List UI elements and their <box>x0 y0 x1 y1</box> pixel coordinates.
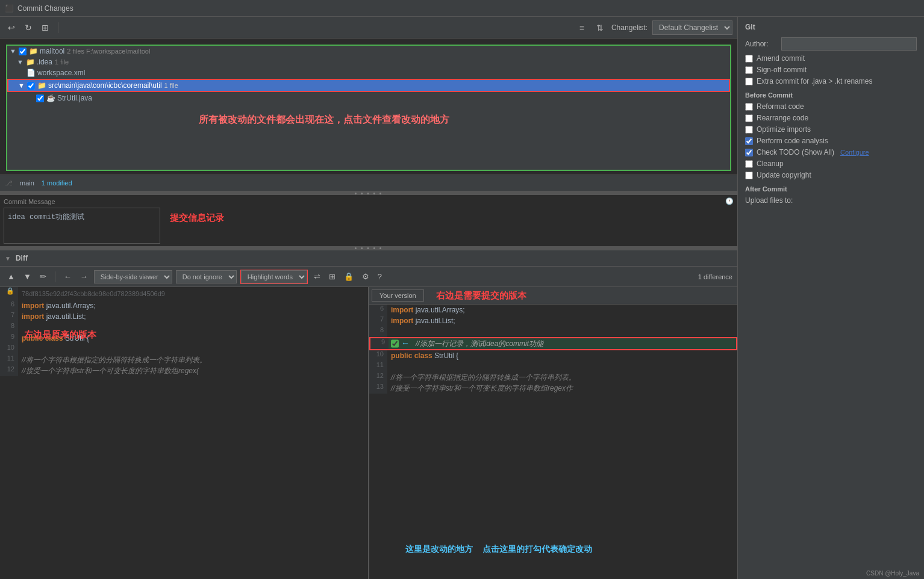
check-mailtool[interactable] <box>19 48 27 55</box>
diff-up-btn[interactable]: ▲ <box>5 271 17 282</box>
diff-collapse-btn[interactable]: ⊞ <box>326 271 338 282</box>
git-panel: Git Author: Amend commit Sign-off commit… <box>737 17 924 579</box>
branch-icon: ⎇ <box>5 179 13 187</box>
filetree-annotation: 所有被改动的文件都会出现在这，点击文件查看改动的地方 <box>199 114 449 126</box>
diff-line-left-8: 8 <box>0 322 368 333</box>
signoff-commit-row: Sign-off commit <box>745 66 917 74</box>
commit-message-label: Commit Message <box>4 198 55 205</box>
git-panel-title: Git <box>745 23 917 31</box>
changelist-select[interactable]: Default Changelist <box>652 20 732 35</box>
diff-gutter-left-9: 9 <box>0 333 18 344</box>
diff-help-btn[interactable]: ? <box>375 271 384 282</box>
diff-line-left-11: 11 //将一个字符串根据指定的分隔符转换成一个字符串列表。 <box>0 355 368 365</box>
diff-lock-btn[interactable]: 🔒 <box>342 271 356 282</box>
signoff-commit-checkbox[interactable] <box>745 66 753 74</box>
branch-name: main <box>20 179 34 187</box>
tree-detail-util: 1 file <box>164 82 178 89</box>
window-title: Commit Changes <box>17 4 73 13</box>
diff-down-btn[interactable]: ▼ <box>21 271 34 282</box>
tree-label-strutiljava: StrUtil.java <box>57 94 92 102</box>
diff-change-check[interactable] <box>391 339 399 348</box>
diff-content-right-11 <box>387 361 737 372</box>
diff-content-right-13: //接受一个字符串str和一个可变长度的字符串数组regex作 <box>387 383 737 394</box>
diff-content-right-12: //将一个字符串根据指定的分隔符转换成一个字符串列表。 <box>387 372 737 383</box>
diff-line-left-10: 10 <box>0 344 368 355</box>
diff-line-left-7: 7 import java.util.List; <box>0 311 368 322</box>
update-copyright-label: Update copyright <box>757 171 811 179</box>
extra-commit-checkbox[interactable] <box>745 78 753 85</box>
rearrange-code-checkbox[interactable] <box>745 114 753 122</box>
diff-right-header: Your version 右边是需要提交的版本 <box>369 287 737 305</box>
check-strutiljava[interactable] <box>36 94 44 102</box>
tree-item-strutiljava[interactable]: ☕ StrUtil.java <box>7 93 730 104</box>
diff-prev-btn[interactable]: ← <box>61 271 74 282</box>
click-annotation: 点击这里的打勾代表确定改动 <box>482 544 592 555</box>
diff-content-right-6: import java.util.Arrays; <box>387 305 737 315</box>
tree-item-idea[interactable]: ▼ 📁 .idea 1 file <box>7 57 730 67</box>
main-toolbar: ↩ ↻ ⊞ ≡ ⇅ Changelist: Default Changelist <box>0 17 737 39</box>
reformat-code-row: Reformat code <box>745 102 917 111</box>
diff-line-right-11: 11 <box>369 361 737 372</box>
diff-header: ▼ Diff <box>0 250 737 267</box>
extra-commit-label: Extra commit for .java > .kt renames <box>757 77 872 85</box>
diff-gutter-right-13: 13 <box>369 383 387 394</box>
expand-icon-util: ▼ <box>18 82 25 89</box>
diff-gutter-hash: 🔒 <box>0 287 18 300</box>
rollback-btn[interactable]: ↩ <box>5 21 18 34</box>
diff-settings-btn[interactable]: ⚙ <box>360 271 372 282</box>
tree-item-util[interactable]: ▼ 📁 src\main\java\com\icbc\coremail\util… <box>8 80 729 91</box>
amend-commit-label: Amend commit <box>757 54 805 63</box>
diff-highlight-select[interactable]: Highlight words <box>241 270 307 283</box>
filter-btn[interactable]: ⇅ <box>593 21 607 34</box>
status-bar: ⎇ main 1 modified <box>0 175 737 191</box>
diff-ignore-select[interactable]: Do not ignore <box>176 270 237 283</box>
diff-viewer-select[interactable]: Side-by-side viewer <box>94 270 172 283</box>
update-copyright-checkbox[interactable] <box>745 172 753 179</box>
git-author-input[interactable] <box>781 37 917 51</box>
expand-btn[interactable]: ⊞ <box>39 21 52 34</box>
commit-message-label-row: Commit Message 🕐 <box>4 197 734 205</box>
configure-link[interactable]: Configure <box>840 149 869 156</box>
diff-sync-btn[interactable]: ⇌ <box>311 271 323 282</box>
rearrange-code-label: Rearrange code <box>757 114 808 122</box>
after-commit-label: After Commit <box>745 185 917 193</box>
code-analysis-checkbox[interactable] <box>745 137 753 145</box>
diff-content-left-11: //将一个字符串根据指定的分隔符转换成一个字符串列表。 <box>18 355 368 365</box>
expand-icon-mailtool: ▼ <box>10 48 16 55</box>
diff-line-right-8: 8 <box>369 326 737 337</box>
reformat-code-checkbox[interactable] <box>745 103 753 111</box>
tree-label-idea: .idea <box>37 58 52 66</box>
diff-next-btn[interactable]: → <box>78 271 90 282</box>
tree-detail-idea: 1 file <box>55 58 69 66</box>
refresh-btn[interactable]: ↻ <box>22 21 35 34</box>
tree-item-mailtool[interactable]: ▼ 📁 mailtool 2 files F:\workspace\mailto… <box>7 46 730 57</box>
update-copyright-row: Update copyright <box>745 171 917 179</box>
diff-content-left-12: //接受一个字符串str和一个可变长度的字符串数组regex( <box>18 365 368 376</box>
diff-line-right-12: 12 //将一个字符串根据指定的分隔符转换成一个字符串列表。 <box>369 372 737 383</box>
amend-commit-checkbox[interactable] <box>745 55 753 63</box>
commit-message-input[interactable]: idea commit功能测试 <box>4 208 160 244</box>
tree-item-workspace[interactable]: 📄 workspace.xml <box>7 67 730 78</box>
toolbar-sep1 <box>58 22 58 33</box>
check-todo-checkbox[interactable] <box>745 149 753 156</box>
diff-edit-btn[interactable]: ✏ <box>37 271 49 282</box>
diff-sep1 <box>55 271 55 282</box>
check-todo-label: Check TODO (Show All) <box>757 148 834 156</box>
your-version-label: Your version <box>379 292 416 299</box>
watermark: CSDN @Holy_Java <box>866 570 919 577</box>
app-icon: ⬛ <box>5 4 14 13</box>
diff-added-block: 9 ← //添加一行记录，测试idea的commit功能 <box>369 337 737 350</box>
modified-badge: 1 modified <box>42 179 72 187</box>
git-author-row: Author: <box>745 37 917 51</box>
sort-btn[interactable]: ≡ <box>575 21 588 34</box>
check-util[interactable] <box>27 82 35 90</box>
diff-content-right-9: //添加一行记录，测试idea的commit功能 <box>412 338 736 349</box>
diff-content-left-7: import java.util.List; <box>18 311 368 322</box>
diff-hash-text: 78df8135e92d2f43cbb8de98e0d782389d4506d9 <box>18 287 368 300</box>
optimize-imports-checkbox[interactable] <box>745 126 753 134</box>
file-tree-area: ▼ 📁 mailtool 2 files F:\workspace\mailto… <box>6 45 731 171</box>
diff-collapse-icon[interactable]: ▼ <box>5 255 11 262</box>
diff-content-left-8 <box>18 322 368 333</box>
cleanup-checkbox[interactable] <box>745 160 753 168</box>
signoff-commit-label: Sign-off commit <box>757 66 807 74</box>
